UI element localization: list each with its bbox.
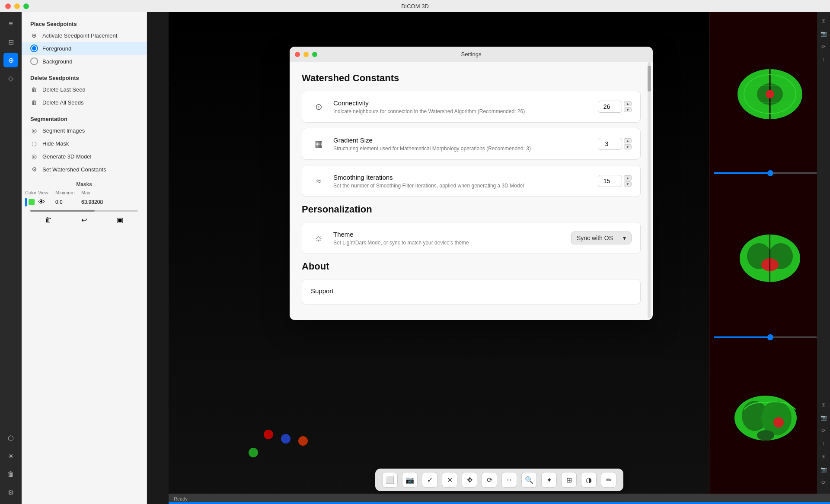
smoothing-down[interactable]: ▼ (624, 181, 632, 187)
toolbar-rotate[interactable]: ⟳ (482, 472, 497, 488)
modal-body: Watershed Constants ⊙ Connectivity Indic… (290, 62, 653, 320)
connectivity-down[interactable]: ▼ (624, 107, 632, 112)
mask-view-toggle-icon[interactable]: ▣ (117, 216, 123, 224)
sidebar-item-delete-last[interactable]: 🗑 Delete Last Seed (22, 83, 147, 96)
settings-modal[interactable]: Settings Watershed Constants ⊙ Connectiv… (290, 47, 653, 320)
icon-layers[interactable]: ≡ (3, 16, 18, 31)
toolbar-check[interactable]: ✓ (422, 472, 437, 488)
toolbar-star[interactable]: ✦ (541, 472, 557, 488)
icon-trash[interactable]: 🗑 (3, 467, 18, 482)
modal-maximize-button[interactable] (312, 52, 317, 57)
smoothing-input[interactable] (598, 175, 622, 187)
icon-gear[interactable]: ⚙ (3, 485, 18, 500)
smoothing-control: ▲ ▼ (598, 175, 632, 187)
sidebar-item-set-watershed[interactable]: ⚙ Set Watershed Constants (22, 163, 147, 176)
generate-3d-icon: ◎ (30, 152, 38, 160)
plus-circle-icon: ⊕ (30, 32, 38, 39)
icon-cube[interactable]: ⬡ (3, 431, 18, 445)
middle-panel-slider-fill (714, 336, 770, 338)
toolbar-grid[interactable]: ⊞ (561, 472, 577, 488)
support-card: Support (302, 279, 641, 304)
connectivity-up[interactable]: ▲ (624, 101, 632, 106)
watershed-icon: ⚙ (30, 165, 38, 173)
gradient-size-input[interactable] (598, 138, 622, 150)
modal-titlebar: Settings (290, 47, 653, 62)
right-icon-3[interactable]: ⟳ (818, 41, 829, 52)
right-icon-6[interactable]: 📷 (818, 412, 829, 423)
sidebar: Place Seedpoints ⊕ Activate Seedpoint Pl… (22, 12, 147, 504)
right-icon-7[interactable]: ⟳ (818, 425, 829, 436)
masks-header: Color View Minimum Max (22, 189, 147, 196)
sidebar-item-generate-3d[interactable]: ◎ Generate 3D Model (22, 150, 147, 163)
theme-name: Theme (333, 231, 564, 238)
toolbar-flip[interactable]: ↔ (501, 472, 517, 488)
connectivity-stepper: ▲ ▼ (624, 101, 632, 112)
modal-minimize-button[interactable] (303, 52, 309, 57)
mask-refresh-icon[interactable]: ↩ (81, 216, 87, 224)
connectivity-desc: Indicate neighbours for connection in th… (333, 108, 591, 114)
right-icon-11[interactable]: ⟳ (818, 477, 829, 488)
smoothing-card: ≈ Smoothing Iterations Set the number of… (302, 165, 641, 197)
theme-desc: Set Light/Dark Mode, or sync to match yo… (333, 240, 564, 246)
sidebar-item-activate-seedpoint[interactable]: ⊕ Activate Seedpoint Placement (22, 29, 147, 42)
mask-row: 👁 0.0 63.98208 (22, 196, 147, 208)
sidebar-item-delete-all[interactable]: 🗑 Delete All Seeds (22, 96, 147, 109)
minimize-button[interactable] (14, 3, 20, 9)
icon-sun[interactable]: ☀ (3, 449, 18, 463)
modal-scrollbar[interactable] (648, 62, 651, 318)
middle-panel-slider[interactable] (714, 336, 817, 338)
gradient-size-down[interactable]: ▼ (624, 144, 632, 149)
toolbar-x[interactable]: ✕ (442, 472, 457, 488)
foreground-radio[interactable] (30, 44, 38, 52)
modal-close-button[interactable] (295, 52, 300, 57)
sidebar-item-background[interactable]: Background (22, 55, 147, 68)
right-icon-10[interactable]: 📷 (818, 464, 829, 475)
right-icon-1[interactable]: ⊞ (818, 16, 829, 26)
right-icon-2[interactable]: 📷 (818, 29, 829, 39)
icon-sliders[interactable]: ⊟ (3, 35, 18, 49)
sidebar-item-hide-mask[interactable]: ◌ Hide Mask (22, 137, 147, 150)
generate-3d-label: Generate 3D Model (42, 153, 91, 160)
smoothing-icon: ≈ (311, 173, 326, 189)
right-icon-4[interactable]: ↕ (818, 54, 829, 65)
modal-scrollbar-thumb (648, 66, 651, 92)
theme-dropdown-button[interactable]: Sync with OS ▾ (571, 231, 632, 244)
smoothing-up[interactable]: ▲ (624, 175, 632, 181)
right-icon-8[interactable]: ↕ (818, 438, 829, 449)
foreground-label: Foreground (42, 45, 71, 52)
right-icon-5[interactable]: ⊞ (818, 399, 829, 410)
icon-seedpoint[interactable]: ⊕ (3, 53, 18, 67)
close-button[interactable] (5, 3, 11, 9)
toolbar-contrast[interactable]: ◑ (581, 472, 597, 488)
toolbar-move[interactable]: ✥ (462, 472, 477, 488)
personalization-section-title: Personalization (302, 204, 641, 215)
toolbar-brush[interactable]: ✏ (601, 472, 616, 488)
gradient-size-up[interactable]: ▲ (624, 138, 632, 143)
gradient-size-desc: Structuring element used for Mathematica… (333, 146, 591, 152)
gradient-size-name: Gradient Size (333, 136, 591, 144)
toolbar-camera[interactable]: 📷 (402, 472, 418, 488)
brain-bottom-svg (727, 388, 813, 457)
set-watershed-label: Set Watershed Constants (42, 166, 106, 173)
seedpoint-green (249, 448, 258, 457)
connectivity-input[interactable] (598, 101, 622, 113)
middle-panel-slider-thumb[interactable] (767, 334, 773, 340)
toolbar-zoom[interactable]: 🔍 (521, 472, 537, 488)
maximize-button[interactable] (23, 3, 29, 9)
mask-delete-icon[interactable]: 🗑 (45, 216, 52, 224)
toolbar-select[interactable]: ⬜ (382, 472, 398, 488)
right-icon-9[interactable]: ⊞ (818, 451, 829, 462)
background-label: Background (42, 58, 72, 65)
title-bar: DICOM 3D (0, 0, 830, 12)
top-panel-slider-fill (714, 172, 770, 174)
sidebar-item-foreground[interactable]: Foreground (22, 42, 147, 55)
sidebar-item-segment-images[interactable]: ◎ Segment Images (22, 124, 147, 137)
masks-scrollbar[interactable] (30, 210, 138, 212)
top-panel-slider-thumb[interactable] (767, 170, 773, 176)
seedpoints-overlay-2 (281, 434, 290, 444)
background-radio[interactable] (30, 57, 38, 65)
top-panel-slider[interactable] (714, 172, 817, 174)
status-bar: Ready (169, 494, 830, 504)
main-content: ⊞ 📷 ⟳ ↕ ⊞ 📷 ⟳ ↕ ⊞ 📷 ⟳ ↕ ⬜ 📷 (169, 12, 830, 504)
icon-tag[interactable]: ◇ (3, 71, 18, 86)
